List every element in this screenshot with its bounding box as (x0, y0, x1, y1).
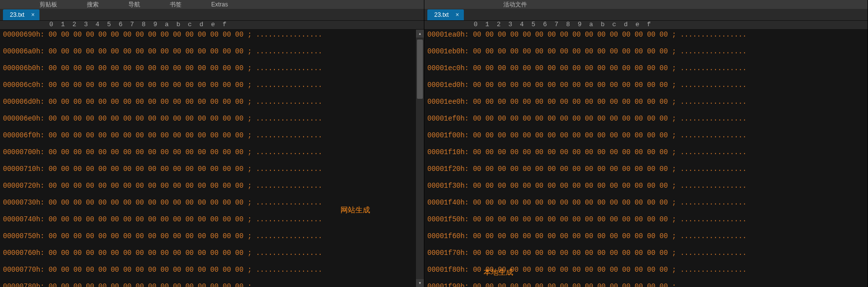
pane-left: 剪贴板 搜索 导航 书签 Extras 23.txt × 0 1 2 3 4 5… (0, 0, 424, 287)
hex-row[interactable]: 00001f00h: 00 00 00 00 00 00 00 00 00 00… (427, 131, 865, 140)
hex-row[interactable]: 00001f70h: 00 00 00 00 00 00 00 00 00 00… (427, 249, 865, 257)
tab-label: 23.txt (10, 11, 24, 18)
hex-row[interactable]: 00000770h: 00 00 00 00 00 00 00 00 00 00… (3, 266, 421, 274)
hex-row[interactable]: 00000760h: 00 00 00 00 00 00 00 00 00 00… (3, 249, 421, 257)
menubar-left: 剪贴板 搜索 导航 书签 Extras (0, 0, 424, 9)
hex-row[interactable]: 00001ed0h: 00 00 00 00 00 00 00 00 00 00… (427, 81, 865, 89)
hex-row[interactable]: 00001f40h: 00 00 00 00 00 00 00 00 00 00… (427, 199, 865, 207)
tabrow-right: 23.txt × (424, 9, 868, 21)
menubar-right: 活动文件 (424, 0, 868, 9)
scroll-down-icon[interactable]: ▾ (416, 279, 424, 287)
hex-row[interactable]: 00000730h: 00 00 00 00 00 00 00 00 00 00… (3, 199, 421, 207)
hex-row[interactable]: 00001f20h: 00 00 00 00 00 00 00 00 00 00… (427, 165, 865, 173)
menu-search[interactable]: 搜索 (87, 0, 99, 9)
menu-active-file[interactable]: 活动文件 (503, 0, 527, 9)
pane-right: 活动文件 23.txt × 0 1 2 3 4 5 6 7 8 9 a b c … (424, 0, 868, 287)
hex-row[interactable]: 00000690h: 00 00 00 00 00 00 00 00 00 00… (3, 31, 421, 39)
tab-file-right[interactable]: 23.txt × (427, 9, 464, 20)
scroll-track[interactable] (416, 38, 424, 279)
hex-row[interactable]: 000006b0h: 00 00 00 00 00 00 00 00 00 00… (3, 64, 421, 73)
scrollbar-left[interactable]: ▴ ▾ (416, 30, 424, 287)
hex-row[interactable]: 00001ee0h: 00 00 00 00 00 00 00 00 00 00… (427, 98, 865, 106)
tab-file-left[interactable]: 23.txt × (3, 9, 39, 20)
hex-row[interactable]: 00000700h: 00 00 00 00 00 00 00 00 00 00… (3, 148, 421, 157)
hex-row[interactable]: 00000720h: 00 00 00 00 00 00 00 00 00 00… (3, 182, 421, 190)
hex-row[interactable]: 00001f90h: 00 00 00 00 00 00 00 00 00 00… (427, 283, 865, 287)
hex-row[interactable]: 000006a0h: 00 00 00 00 00 00 00 00 00 00… (3, 47, 421, 56)
hex-row[interactable]: 00001f10h: 00 00 00 00 00 00 00 00 00 00… (427, 148, 865, 157)
close-icon[interactable]: × (31, 11, 35, 18)
scroll-up-icon[interactable]: ▴ (416, 30, 424, 38)
app-root: 剪贴板 搜索 导航 书签 Extras 23.txt × 0 1 2 3 4 5… (0, 0, 868, 287)
hex-row[interactable]: 00000740h: 00 00 00 00 00 00 00 00 00 00… (3, 215, 421, 224)
hex-area-left[interactable]: 00000690h: 00 00 00 00 00 00 00 00 00 00… (0, 30, 424, 287)
hex-row[interactable]: 00000750h: 00 00 00 00 00 00 00 00 00 00… (3, 232, 421, 241)
hex-row[interactable]: 00001f50h: 00 00 00 00 00 00 00 00 00 00… (427, 215, 865, 224)
menu-bookmarks[interactable]: 书签 (170, 0, 182, 9)
menu-nav[interactable]: 导航 (128, 0, 140, 9)
hex-row[interactable]: 000006f0h: 00 00 00 00 00 00 00 00 00 00… (3, 131, 421, 140)
hex-row[interactable]: 00001ef0h: 00 00 00 00 00 00 00 00 00 00… (427, 115, 865, 123)
hex-row[interactable]: 000006e0h: 00 00 00 00 00 00 00 00 00 00… (3, 115, 421, 123)
hex-row[interactable]: 00001f60h: 00 00 00 00 00 00 00 00 00 00… (427, 232, 865, 241)
hex-row[interactable]: 00001ea0h: 00 00 00 00 00 00 00 00 00 00… (427, 31, 865, 39)
tab-label: 23.txt (434, 11, 449, 18)
scroll-thumb[interactable] (417, 40, 423, 99)
hex-row[interactable]: 000006d0h: 00 00 00 00 00 00 00 00 00 00… (3, 98, 421, 106)
hex-row[interactable]: 00001ec0h: 00 00 00 00 00 00 00 00 00 00… (427, 64, 865, 73)
tabrow-left: 23.txt × (0, 9, 424, 21)
close-icon[interactable]: × (455, 11, 459, 18)
hex-row[interactable]: 00000710h: 00 00 00 00 00 00 00 00 00 00… (3, 165, 421, 173)
column-ruler-right: 0 1 2 3 4 5 6 7 8 9 a b c d e f (424, 21, 868, 30)
hex-row[interactable]: 00001f80h: 00 00 00 00 00 00 00 00 00 00… (427, 266, 865, 274)
hex-row[interactable]: 00001eb0h: 00 00 00 00 00 00 00 00 00 00… (427, 47, 865, 56)
hex-row[interactable]: 00001f30h: 00 00 00 00 00 00 00 00 00 00… (427, 182, 865, 190)
hex-row[interactable]: 00000780h: 00 00 00 00 00 00 00 00 00 00… (3, 283, 421, 287)
menu-clipboard[interactable]: 剪贴板 (39, 0, 57, 9)
hex-row[interactable]: 000006c0h: 00 00 00 00 00 00 00 00 00 00… (3, 81, 421, 89)
hex-area-right[interactable]: 00001ea0h: 00 00 00 00 00 00 00 00 00 00… (424, 30, 868, 287)
menu-extras[interactable]: Extras (211, 1, 228, 8)
column-ruler-left: 0 1 2 3 4 5 6 7 8 9 a b c d e f (0, 21, 424, 30)
